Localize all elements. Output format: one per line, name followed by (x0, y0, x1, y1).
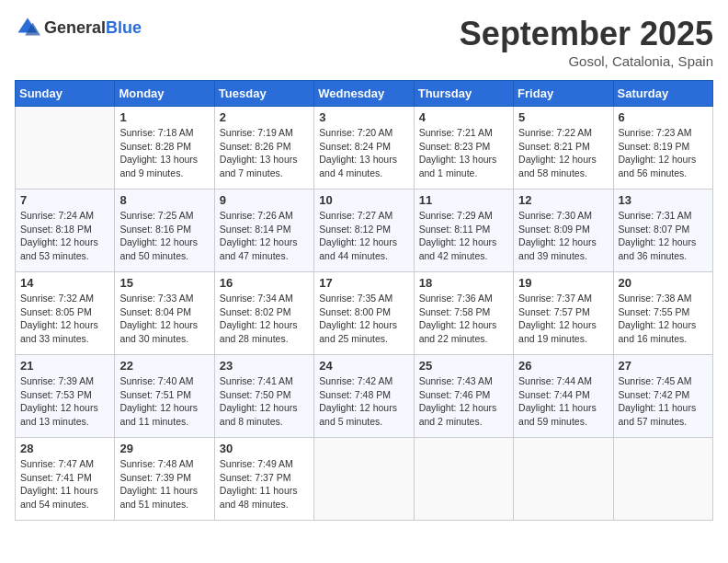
day-info: Sunrise: 7:21 AMSunset: 8:23 PMDaylight:… (419, 126, 508, 180)
calendar-week-row: 7Sunrise: 7:24 AMSunset: 8:18 PMDaylight… (16, 190, 713, 272)
day-info: Sunrise: 7:43 AMSunset: 7:46 PMDaylight:… (419, 374, 508, 429)
calendar-cell: 24Sunrise: 7:42 AMSunset: 7:48 PMDayligh… (314, 355, 414, 438)
day-number: 4 (419, 110, 508, 124)
day-info: Sunrise: 7:23 AMSunset: 8:19 PMDaylight:… (619, 126, 708, 180)
day-number: 19 (518, 276, 608, 290)
calendar-cell: 26Sunrise: 7:44 AMSunset: 7:44 PMDayligh… (514, 355, 613, 438)
day-info: Sunrise: 7:49 AMSunset: 7:37 PMDaylight:… (220, 457, 309, 511)
calendar-cell: 20Sunrise: 7:38 AMSunset: 7:55 PMDayligh… (613, 272, 712, 355)
day-number: 5 (518, 110, 608, 124)
calendar-cell: 14Sunrise: 7:32 AMSunset: 8:05 PMDayligh… (16, 272, 115, 355)
logo-text-blue: Blue (106, 18, 142, 37)
weekday-header-wednesday: Wednesday (314, 81, 414, 107)
day-info: Sunrise: 7:29 AMSunset: 8:11 PMDaylight:… (419, 209, 508, 263)
calendar-cell: 18Sunrise: 7:36 AMSunset: 7:58 PMDayligh… (414, 272, 513, 355)
calendar-cell (16, 107, 115, 190)
day-number: 28 (20, 442, 109, 455)
day-info: Sunrise: 7:47 AMSunset: 7:41 PMDaylight:… (20, 457, 109, 511)
calendar-cell: 10Sunrise: 7:27 AMSunset: 8:12 PMDayligh… (314, 190, 414, 272)
calendar-cell: 30Sunrise: 7:49 AMSunset: 7:37 PMDayligh… (214, 438, 313, 521)
day-info: Sunrise: 7:39 AMSunset: 7:53 PMDaylight:… (20, 374, 109, 429)
calendar-week-row: 28Sunrise: 7:47 AMSunset: 7:41 PMDayligh… (16, 438, 713, 521)
day-info: Sunrise: 7:33 AMSunset: 8:04 PMDaylight:… (119, 292, 209, 346)
calendar-cell: 3Sunrise: 7:20 AMSunset: 8:24 PMDaylight… (314, 107, 414, 190)
calendar-cell: 4Sunrise: 7:21 AMSunset: 8:23 PMDaylight… (414, 107, 513, 190)
calendar-cell: 8Sunrise: 7:25 AMSunset: 8:16 PMDaylight… (115, 190, 214, 272)
day-number: 30 (220, 442, 309, 455)
day-number: 14 (20, 276, 109, 290)
weekday-header-thursday: Thursday (414, 81, 513, 107)
day-info: Sunrise: 7:24 AMSunset: 8:18 PMDaylight:… (20, 209, 109, 263)
day-info: Sunrise: 7:22 AMSunset: 8:21 PMDaylight:… (518, 126, 608, 180)
day-info: Sunrise: 7:26 AMSunset: 8:14 PMDaylight:… (220, 209, 309, 263)
day-info: Sunrise: 7:36 AMSunset: 7:58 PMDaylight:… (419, 292, 508, 346)
calendar-cell: 23Sunrise: 7:41 AMSunset: 7:50 PMDayligh… (214, 355, 313, 438)
day-number: 29 (119, 442, 209, 455)
day-info: Sunrise: 7:18 AMSunset: 8:28 PMDaylight:… (119, 126, 209, 180)
day-info: Sunrise: 7:30 AMSunset: 8:09 PMDaylight:… (518, 209, 608, 263)
logo-icon (15, 15, 40, 40)
calendar-cell: 2Sunrise: 7:19 AMSunset: 8:26 PMDaylight… (214, 107, 313, 190)
calendar-cell: 29Sunrise: 7:48 AMSunset: 7:39 PMDayligh… (115, 438, 214, 521)
calendar-cell: 6Sunrise: 7:23 AMSunset: 8:19 PMDaylight… (613, 107, 712, 190)
calendar-cell (414, 438, 513, 521)
day-info: Sunrise: 7:44 AMSunset: 7:44 PMDaylight:… (518, 374, 608, 429)
calendar-cell: 19Sunrise: 7:37 AMSunset: 7:57 PMDayligh… (514, 272, 613, 355)
day-info: Sunrise: 7:35 AMSunset: 8:00 PMDaylight:… (319, 292, 408, 346)
calendar-cell: 15Sunrise: 7:33 AMSunset: 8:04 PMDayligh… (115, 272, 214, 355)
calendar-cell: 1Sunrise: 7:18 AMSunset: 8:28 PMDaylight… (115, 107, 214, 190)
calendar-cell: 25Sunrise: 7:43 AMSunset: 7:46 PMDayligh… (414, 355, 513, 438)
day-info: Sunrise: 7:45 AMSunset: 7:42 PMDaylight:… (619, 374, 708, 429)
day-number: 27 (619, 359, 708, 373)
calendar-cell: 17Sunrise: 7:35 AMSunset: 8:00 PMDayligh… (314, 272, 414, 355)
calendar-week-row: 21Sunrise: 7:39 AMSunset: 7:53 PMDayligh… (16, 355, 713, 438)
calendar-cell: 11Sunrise: 7:29 AMSunset: 8:11 PMDayligh… (414, 190, 513, 272)
day-number: 25 (419, 359, 508, 373)
weekday-header-monday: Monday (115, 81, 214, 107)
day-info: Sunrise: 7:27 AMSunset: 8:12 PMDaylight:… (319, 209, 408, 263)
weekday-header-row: SundayMondayTuesdayWednesdayThursdayFrid… (16, 81, 713, 107)
day-number: 23 (220, 359, 309, 373)
day-number: 12 (518, 193, 608, 207)
day-number: 10 (319, 193, 408, 207)
logo-text-general: General (44, 18, 106, 37)
day-number: 7 (20, 193, 109, 207)
day-info: Sunrise: 7:25 AMSunset: 8:16 PMDaylight:… (119, 209, 209, 263)
day-number: 17 (319, 276, 408, 290)
day-number: 20 (619, 276, 708, 290)
day-info: Sunrise: 7:38 AMSunset: 7:55 PMDaylight:… (619, 292, 708, 346)
calendar-table: SundayMondayTuesdayWednesdayThursdayFrid… (15, 80, 713, 521)
day-number: 11 (419, 193, 508, 207)
day-number: 1 (119, 110, 209, 124)
day-number: 6 (619, 110, 708, 124)
day-info: Sunrise: 7:42 AMSunset: 7:48 PMDaylight:… (319, 374, 408, 429)
calendar-cell: 16Sunrise: 7:34 AMSunset: 8:02 PMDayligh… (214, 272, 313, 355)
calendar-cell: 13Sunrise: 7:31 AMSunset: 8:07 PMDayligh… (613, 190, 712, 272)
day-info: Sunrise: 7:40 AMSunset: 7:51 PMDaylight:… (119, 374, 209, 429)
day-number: 21 (20, 359, 109, 373)
day-info: Sunrise: 7:41 AMSunset: 7:50 PMDaylight:… (220, 374, 309, 429)
day-number: 22 (119, 359, 209, 373)
day-number: 9 (220, 193, 309, 207)
calendar-cell: 9Sunrise: 7:26 AMSunset: 8:14 PMDaylight… (214, 190, 313, 272)
day-number: 24 (319, 359, 408, 373)
location-subtitle: Gosol, Catalonia, Spain (460, 53, 713, 69)
calendar-cell (314, 438, 414, 521)
month-info: September 2025 Gosol, Catalonia, Spain (460, 15, 713, 69)
day-info: Sunrise: 7:32 AMSunset: 8:05 PMDaylight:… (20, 292, 109, 346)
month-title: September 2025 (460, 15, 713, 53)
day-number: 13 (619, 193, 708, 207)
calendar-cell: 5Sunrise: 7:22 AMSunset: 8:21 PMDaylight… (514, 107, 613, 190)
weekday-header-sunday: Sunday (16, 81, 115, 107)
calendar-cell: 7Sunrise: 7:24 AMSunset: 8:18 PMDaylight… (16, 190, 115, 272)
weekday-header-saturday: Saturday (613, 81, 712, 107)
calendar-cell: 21Sunrise: 7:39 AMSunset: 7:53 PMDayligh… (16, 355, 115, 438)
calendar-cell (514, 438, 613, 521)
day-number: 15 (119, 276, 209, 290)
calendar-cell: 28Sunrise: 7:47 AMSunset: 7:41 PMDayligh… (16, 438, 115, 521)
day-info: Sunrise: 7:48 AMSunset: 7:39 PMDaylight:… (119, 457, 209, 511)
day-number: 16 (220, 276, 309, 290)
day-number: 26 (518, 359, 608, 373)
calendar-week-row: 1Sunrise: 7:18 AMSunset: 8:28 PMDaylight… (16, 107, 713, 190)
calendar-cell: 12Sunrise: 7:30 AMSunset: 8:09 PMDayligh… (514, 190, 613, 272)
